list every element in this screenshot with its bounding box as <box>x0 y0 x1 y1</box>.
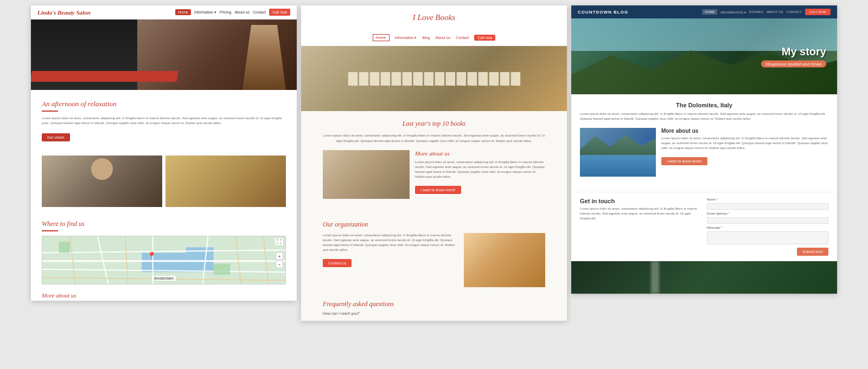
card3-name-input[interactable] <box>707 203 828 210</box>
card2-hero <box>301 46 567 111</box>
card1-heading1: An afternoon of relaxation <box>42 100 286 108</box>
card3-nav-items: HOME INFORMATION ▾ STORIES ABOUT US CONT… <box>702 9 831 15</box>
card1-photo-2 <box>165 156 286 207</box>
card1-section1: An afternoon of relaxation Lorem ipsum d… <box>31 90 297 156</box>
card2-contact-btn[interactable]: Contact us <box>323 259 352 267</box>
card3-contact-left: Get in touch Lorem ipsum dolor sit amet,… <box>580 198 701 256</box>
card3-section-text: Lorem ipsum dolor sit amet, consectetur … <box>580 112 828 121</box>
card1-navbar: Linda's Beauty Salon Home Information ▾ … <box>31 5 297 20</box>
svg-rect-14 <box>214 264 231 275</box>
card1-photo-1 <box>42 156 162 207</box>
card3-submit-btn[interactable]: Submit form <box>797 248 828 256</box>
card3-water <box>580 155 656 177</box>
card1-map-expand-icon[interactable]: ⛶ <box>275 238 283 245</box>
card3-nav-home[interactable]: HOME <box>702 9 717 15</box>
card3-nav-btn[interactable]: CALL NOW <box>805 9 831 15</box>
book-page <box>380 72 390 85</box>
card1-nav-about[interactable]: About us <box>234 10 250 14</box>
card3-col-heading: More about us <box>661 128 828 134</box>
card2-org-image <box>464 233 545 287</box>
card1-heading2: Where to find us <box>42 220 286 228</box>
card1-face-1 <box>91 158 113 180</box>
card1-underline <box>42 111 58 112</box>
book-page <box>489 72 499 85</box>
card2-nav-info[interactable]: Information ▾ <box>395 36 417 40</box>
card3-message-input[interactable] <box>707 231 828 244</box>
card2-nav-home[interactable]: Home <box>373 34 390 41</box>
card3-two-col: More about us Lorem ipsum dolor sit amet… <box>580 128 828 177</box>
card2-section-title: Last year's top 10 books <box>323 120 545 128</box>
card3-navbar: COUNTDOWN BLOG HOME INFORMATION ▾ STORIE… <box>571 5 837 18</box>
card2-section1-text: Lorem ipsum dolor sit amet, consectetur … <box>323 133 545 144</box>
card3-landscape-image <box>580 128 656 177</box>
blog-card: COUNTDOWN BLOG HOME INFORMATION ▾ STORIE… <box>571 5 837 294</box>
card1-map-zoom[interactable]: + − <box>276 253 283 268</box>
card3-know-more-btn[interactable]: I want to know more! <box>661 157 707 165</box>
card3-hero: My story #Experience #publish and #share <box>571 18 837 94</box>
card1-vision-btn[interactable]: Our vision <box>42 133 70 141</box>
book-page <box>445 72 455 85</box>
card3-logo: COUNTDOWN BLOG <box>578 10 698 15</box>
card1-nav-home[interactable]: Home <box>175 9 191 15</box>
card2-nav-btn[interactable]: Call now <box>474 35 495 41</box>
book-page <box>348 72 358 85</box>
card1-map-zoom-in[interactable]: + <box>276 253 283 260</box>
card3-body: The Dolomites, Italy Lorem ipsum dolor s… <box>571 94 837 192</box>
card1-nav-pricing[interactable]: Pricing <box>220 10 231 14</box>
card1-nav-contact[interactable]: Contact <box>253 10 266 14</box>
card2-col-p: Lorem ipsum dolor sit amet, consectetur … <box>415 160 545 179</box>
card2-nav-about[interactable]: About us <box>436 36 451 40</box>
card2-book-image <box>323 150 410 199</box>
card2-two-col: More about us Lorem ipsum dolor sit amet… <box>323 150 545 199</box>
card2-title: I Love Books <box>301 5 567 30</box>
card3-nav-info[interactable]: INFORMATION ▾ <box>720 10 745 14</box>
card3-contact-form: Name * Email address * Message * Submit … <box>707 198 828 256</box>
card3-email-label: Email address * <box>707 212 828 215</box>
book-page <box>413 72 423 85</box>
card3-name-label: Name * <box>707 198 828 201</box>
card3-nav-stories[interactable]: STORIES <box>749 10 763 14</box>
card1-nav-items: Home Information ▾ Pricing About us Cont… <box>175 9 290 16</box>
card2-faq-q: How can I reach you? <box>323 312 545 315</box>
card3-email-input[interactable] <box>707 217 828 224</box>
card1-nav-info[interactable]: Information ▾ <box>194 10 216 15</box>
card1-hero-ribbon <box>31 71 178 82</box>
card3-hero-tag: #Experience #publish and #share <box>761 61 826 68</box>
card1-map: 📍 Amsterdam ⛶ + − <box>42 236 286 284</box>
card2-navbar: Home Information ▾ Blog About us Contact… <box>301 30 567 46</box>
card3-section-title: The Dolomites, Italy <box>580 102 828 108</box>
card1-underline2 <box>42 230 58 231</box>
card1-logo: Linda's Beauty Salon <box>37 9 171 16</box>
card2-books-display <box>343 68 525 90</box>
card3-contact-section: Get in touch Lorem ipsum dolor sit amet,… <box>571 192 837 261</box>
card3-nav-contact[interactable]: CONTACT <box>786 10 802 14</box>
card3-hero-title: My story <box>761 46 826 58</box>
book-page <box>359 72 368 85</box>
card2-org-p: Lorem ipsum dolor sit amet, consectetur … <box>323 233 457 253</box>
card1-body-text: Lorem ipsum dolor sit amet, consectetur … <box>42 116 286 126</box>
card3-nav-about[interactable]: ABOUT US <box>767 10 783 14</box>
card3-waterfall <box>651 261 659 294</box>
card3-contact-text: Lorem ipsum dolor sit amet, consectetur … <box>580 206 701 221</box>
card2-know-more-btn[interactable]: I want to know more! <box>415 186 461 194</box>
card2-org-section: Our organization Lorem ipsum dolor sit a… <box>301 215 567 293</box>
books-card: I Love Books Home Information ▾ Blog Abo… <box>301 5 567 321</box>
card1-map-zoom-out[interactable]: − <box>276 261 283 268</box>
card2-nav-contact[interactable]: Contact <box>456 36 469 40</box>
card3-footer-image <box>571 261 837 294</box>
card3-col-p: Lorem ipsum dolor sit amet, consectetur … <box>661 136 828 151</box>
card1-photos <box>31 156 297 207</box>
book-page <box>435 72 444 85</box>
card2-nav-blog[interactable]: Blog <box>423 36 430 40</box>
book-page <box>500 72 509 85</box>
book-page <box>402 72 412 85</box>
card3-col-text: More about us Lorem ipsum dolor sit amet… <box>661 128 828 165</box>
book-page <box>369 72 379 85</box>
card1-nav-btn[interactable]: Call now <box>269 9 290 16</box>
beauty-salon-card: Linda's Beauty Salon Home Information ▾ … <box>31 5 297 301</box>
card1-location-section: Where to find us <box>31 215 297 287</box>
book-page <box>467 72 477 85</box>
card2-col-heading: More about us <box>415 150 545 157</box>
card2-org-heading: Our organization <box>323 221 545 229</box>
card3-message-label: Message * <box>707 226 828 229</box>
